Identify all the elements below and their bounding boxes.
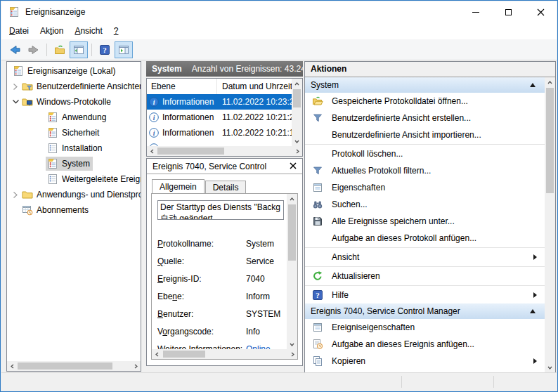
submenu-arrow-icon (533, 254, 537, 260)
action-find[interactable]: Suchen... (305, 196, 545, 213)
help-icon: ? (99, 44, 110, 55)
scroll-thumb[interactable] (157, 148, 224, 155)
collapse-up-icon[interactable] (530, 83, 536, 87)
scroll-right-icon[interactable] (131, 361, 141, 371)
column-datum[interactable]: Datum und Uhrzeit (217, 79, 292, 94)
field-row: Weitere Informationen: Online (157, 344, 287, 349)
online-help-link[interactable]: Online (246, 344, 287, 349)
no-icon (312, 233, 323, 244)
scroll-up-icon[interactable] (292, 79, 302, 89)
forward-button[interactable] (25, 41, 43, 58)
scroll-left-icon[interactable] (147, 146, 157, 156)
svg-text:?: ? (103, 46, 107, 54)
section-header-event[interactable]: Ereignis 7040, Service Control Manager (305, 303, 545, 319)
collapse-up-icon[interactable] (530, 309, 536, 313)
open-saved-log-button[interactable] (51, 41, 69, 58)
scroll-thumb[interactable] (163, 351, 205, 358)
tab-allgemein[interactable]: Allgemein (152, 179, 205, 194)
actions-vertical-scrollbar[interactable] (545, 77, 555, 372)
detail-horizontal-scrollbar[interactable] (152, 349, 297, 359)
action-help-submenu[interactable]: ? Hilfe (305, 287, 545, 303)
action-attach-task-to-event[interactable]: Aufgabe an dieses Ereignis anfügen... (305, 336, 545, 353)
info-icon: i (149, 128, 159, 138)
scroll-right-icon[interactable] (292, 146, 302, 156)
action-pane-toggle-button[interactable] (115, 41, 133, 58)
action-properties[interactable]: Eigenschaften (305, 179, 545, 196)
event-row[interactable]: i Informationen 11.02.2022 10:21:1 (147, 125, 292, 141)
event-row-partial[interactable]: i (147, 141, 292, 146)
back-button[interactable] (6, 41, 24, 58)
tree-horizontal-scrollbar[interactable] (7, 361, 141, 371)
detail-tabs: Allgemein Details (152, 179, 246, 194)
column-ebene[interactable]: Ebene (147, 79, 217, 94)
scroll-down-icon[interactable] (287, 339, 297, 349)
console-tree-toggle-button[interactable] (70, 41, 88, 58)
event-list: Ebene Datum und Uhrzeit i Informationen … (146, 78, 303, 157)
chevron-right-icon[interactable] (11, 191, 20, 199)
event-list-vertical-scrollbar[interactable] (292, 79, 302, 146)
action-event-properties[interactable]: Ereigniseigenschaften (305, 319, 545, 336)
menu-datei[interactable]: Datei (4, 22, 34, 39)
action-create-custom-view[interactable]: Benutzerdefinierte Ansicht erstellen... (305, 110, 545, 126)
scroll-left-icon[interactable] (152, 349, 162, 359)
log-icon (47, 112, 58, 123)
tree-item-installation[interactable]: Installation (7, 141, 141, 156)
tree-item-eventviewer-local[interactable]: Ereignisanzeige (Lokal) (7, 63, 141, 79)
event-viewer-app-icon (8, 6, 20, 18)
field-value: 7040 (246, 274, 287, 292)
field-row: Ereignis-ID: 7040 (157, 274, 287, 292)
actions-body: System Gespeicherte Protokolldatei öffne… (305, 77, 545, 372)
help-button[interactable]: ? (96, 41, 114, 58)
scroll-thumb[interactable] (293, 89, 301, 107)
chevron-right-icon[interactable] (11, 83, 20, 91)
action-open-saved-log[interactable]: Gespeicherte Protokolldatei öffnen... (305, 93, 545, 110)
action-save-all-events[interactable]: Alle Ereignisse speichern unter... (305, 213, 545, 230)
action-clear-log[interactable]: Protokoll löschen... (305, 145, 545, 162)
action-view-submenu[interactable]: Ansicht (305, 249, 545, 266)
tab-details[interactable]: Details (205, 181, 247, 194)
menu-hilfe[interactable]: ? (108, 22, 124, 39)
scroll-up-icon[interactable] (287, 194, 297, 204)
minimize-button[interactable] (460, 1, 492, 22)
event-row[interactable]: i Informationen 11.02.2022 10:21:2 (147, 110, 292, 125)
maximize-button[interactable] (492, 1, 524, 22)
action-import-custom-view[interactable]: Benutzerdefinierte Ansicht importieren..… (305, 126, 545, 143)
tree-item-sicherheit[interactable]: Sicherheit (7, 125, 141, 141)
tree-item-custom-views[interactable]: Benutzerdefinierte Ansichten (7, 79, 141, 94)
action-copy-submenu[interactable]: Kopieren (305, 353, 545, 370)
scroll-thumb[interactable] (288, 204, 296, 261)
action-attach-task-to-log[interactable]: Aufgabe an dieses Protokoll anfügen... (305, 230, 545, 247)
action-refresh[interactable]: Aktualisieren (305, 268, 545, 285)
folder-computer-icon (22, 96, 33, 107)
tree-item-anwendung[interactable]: Anwendung (7, 110, 141, 125)
event-row-selected[interactable]: i Informationen 11.02.2022 10:23:2 (147, 94, 292, 110)
scroll-left-icon[interactable] (7, 361, 17, 371)
event-message-box[interactable]: Der Starttyp des Diensts "Backg 自动 geänd… (157, 200, 284, 220)
scroll-right-icon[interactable] (287, 349, 297, 359)
section-header-system[interactable]: System (305, 77, 545, 93)
chevron-down-icon[interactable] (11, 99, 20, 105)
menu-aktion[interactable]: Aktion (34, 22, 69, 39)
scroll-down-icon[interactable] (292, 136, 302, 146)
field-value: Inform (246, 292, 287, 309)
tree-item-apps-services-logs[interactable]: Anwendungs- und Dienstprotokolle (7, 187, 141, 202)
log-icon (47, 127, 58, 138)
scroll-down-icon[interactable] (545, 362, 555, 372)
tree-item-abonnements[interactable]: Abonnements (7, 202, 141, 218)
action-filter-current-log[interactable]: Aktuelles Protokoll filtern... (305, 162, 545, 179)
event-list-horizontal-scrollbar[interactable] (147, 146, 302, 156)
tree-item-weitergeleitete[interactable]: Weitergeleitete Ereignisse (7, 171, 141, 187)
tree-item-windows-logs[interactable]: Windows-Protokolle (7, 94, 141, 110)
event-viewer-icon (13, 65, 24, 77)
menu-ansicht[interactable]: Ansicht (69, 22, 108, 39)
close-button[interactable] (524, 1, 557, 22)
detail-vertical-scrollbar[interactable] (287, 194, 297, 349)
close-icon (537, 8, 545, 16)
task-clock-icon (312, 339, 323, 350)
scroll-thumb[interactable] (546, 88, 554, 193)
close-detail-button[interactable] (290, 162, 297, 171)
scroll-thumb[interactable] (18, 362, 112, 370)
scroll-up-icon[interactable] (545, 77, 555, 87)
tree-item-system[interactable]: System (7, 156, 141, 171)
svg-text:i: i (153, 99, 155, 106)
